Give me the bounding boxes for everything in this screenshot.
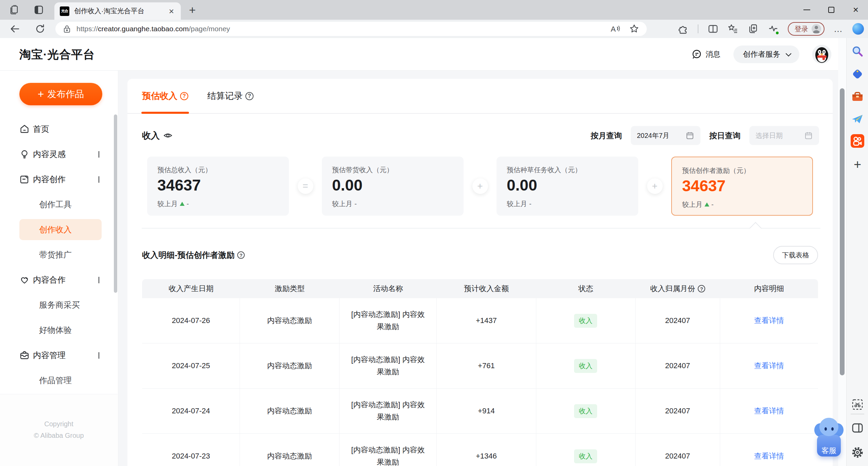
scrollbar-thumb[interactable] — [840, 88, 845, 375]
month-picker-input[interactable]: 2024年7月 — [631, 126, 700, 145]
table-row: 2024-07-24 内容动态激励 [内容动态激励] 内容效果激励 +914 收… — [142, 389, 818, 434]
copyright-text: Copyright © Alibaba Group — [0, 418, 118, 441]
screenshot-icon[interactable] — [851, 398, 864, 411]
site-favicon: 光合 — [60, 6, 69, 16]
page-content: 淘宝·光合平台 消息 创作者服务 + 发布作品 首页 — [0, 38, 838, 466]
chevron-up-icon — [99, 176, 99, 182]
browser-tab-strip: 光合 创作收入·淘宝光合平台 × + × — [0, 0, 868, 20]
new-tab-button[interactable]: + — [189, 3, 196, 16]
edge-side-rail: + — [846, 38, 868, 466]
table-row: 2024-07-25 内容动态激励 [内容动态激励] 内容效果激励 +761 收… — [142, 343, 818, 389]
settings-gear-icon[interactable] — [851, 446, 864, 459]
favorites-list-icon[interactable] — [728, 23, 739, 34]
sidebar-item-service-purchase[interactable]: 服务商采买 — [0, 292, 118, 318]
calendar-icon — [685, 131, 694, 140]
income-title: 收入 — [142, 130, 173, 142]
content-tabs: 预估收入 ? 结算记录 ? — [127, 79, 833, 114]
status-badge: 收入 — [574, 359, 597, 373]
help-icon[interactable]: ? — [180, 92, 188, 100]
login-button[interactable]: 登录 — [788, 22, 824, 36]
table-row: 2024-07-26 内容动态激励 [内容动态激励] 内容效果激励 +1437 … — [142, 298, 818, 343]
filter-day-label: 按日查询 — [709, 130, 741, 141]
th-activity: 活动名称 — [340, 284, 437, 294]
sidebar-item-home[interactable]: 首页 — [0, 116, 118, 142]
sidebar-item-content-inspiration[interactable]: 内容灵感 — [0, 142, 118, 167]
customer-service-widget[interactable]: 客服 — [814, 418, 844, 459]
plus-icon: + — [647, 178, 663, 194]
sidebar-menu: 首页 内容灵感 内容创作 创作工具 创作收入 带货推广 — [0, 116, 118, 393]
url-text: https://creator.guanghe.taobao.com/page/… — [76, 25, 610, 33]
creator-service-dropdown[interactable]: 创作者服务 — [733, 46, 799, 63]
publish-work-button[interactable]: + 发布作品 — [19, 83, 102, 105]
th-type: 激励类型 — [240, 284, 339, 294]
browser-essentials-icon[interactable] — [768, 23, 779, 34]
user-avatar[interactable] — [812, 45, 831, 64]
filter-month-label: 按月查询 — [591, 130, 622, 141]
view-detail-link[interactable]: 查看详情 — [754, 406, 784, 416]
sidebar-item-content-cooperation[interactable]: 内容合作 — [0, 267, 118, 292]
copilot-icon[interactable] — [852, 23, 864, 35]
page-scrollbar[interactable] — [838, 38, 846, 466]
sidebar-item-content-management[interactable]: 内容管理 — [0, 343, 118, 368]
sidebar-item-content-creation[interactable]: 内容创作 — [0, 167, 118, 192]
shopping-tag-icon[interactable] — [851, 67, 864, 81]
calendar-icon — [804, 131, 813, 140]
card-creator-incentive[interactable]: 预估创作者激励（元） 34637 较上月- — [671, 157, 813, 216]
extensions-icon[interactable] — [678, 23, 689, 34]
toolbox-icon[interactable] — [851, 90, 864, 104]
chevron-up-icon — [99, 352, 99, 358]
favorite-star-icon[interactable] — [629, 24, 639, 34]
send-plane-icon[interactable] — [851, 112, 864, 126]
maximize-button[interactable] — [819, 0, 844, 20]
view-detail-link[interactable]: 查看详情 — [754, 316, 784, 326]
split-screen-icon[interactable] — [708, 23, 718, 34]
eye-icon[interactable] — [163, 131, 173, 140]
tab-estimated-income[interactable]: 预估收入 ? — [142, 79, 188, 113]
sidebar-item-sales-promotion[interactable]: 带货推广 — [0, 242, 118, 267]
address-bar[interactable]: https://creator.guanghe.taobao.com/page/… — [55, 22, 647, 36]
settings-more-icon[interactable]: … — [834, 24, 843, 34]
collections-icon[interactable] — [748, 23, 759, 34]
help-icon[interactable]: ? — [237, 251, 245, 259]
read-aloud-icon[interactable]: A — [610, 24, 620, 34]
refresh-icon[interactable] — [35, 23, 46, 34]
help-icon[interactable]: ? — [245, 92, 254, 100]
table-row: 2024-07-23 内容动态激励 [内容动态激励] 内容效果激励 +1346 … — [142, 434, 818, 466]
sidebar-item-creation-income[interactable]: 创作收入 — [0, 217, 118, 242]
minimize-button[interactable] — [795, 0, 819, 20]
tab-close-icon[interactable]: × — [168, 7, 175, 16]
close-button[interactable]: × — [844, 0, 868, 20]
sidebar-item-product-experience[interactable]: 好物体验 — [0, 318, 118, 343]
card-total-income: 预估总收入（元） 34637 较上月- — [147, 157, 289, 216]
browser-tab[interactable]: 光合 创作收入·淘宝光合平台 × — [54, 2, 181, 20]
sidebar-item-works-management[interactable]: 作品管理 — [0, 368, 118, 393]
chevron-up-icon — [99, 277, 99, 283]
messages-button[interactable]: 消息 — [691, 49, 721, 60]
view-detail-link[interactable]: 查看详情 — [754, 361, 784, 371]
chevron-down-icon — [99, 151, 99, 157]
tab-settlement-record[interactable]: 结算记录 ? — [207, 79, 254, 113]
help-icon[interactable]: ? — [698, 285, 705, 292]
view-detail-link[interactable]: 查看详情 — [754, 451, 784, 461]
sidebar-footer: Copyright © Alibaba Group — [0, 394, 118, 466]
tab-actions-icon[interactable] — [33, 4, 44, 15]
popover-notch — [749, 222, 762, 235]
sidebar-scrollbar[interactable] — [114, 114, 117, 293]
back-icon[interactable] — [10, 23, 20, 34]
th-status: 状态 — [536, 284, 636, 294]
download-table-button[interactable]: 下载表格 — [773, 246, 818, 264]
site-header: 淘宝·光合平台 消息 创作者服务 — [0, 38, 838, 71]
kuaishou-icon[interactable] — [851, 134, 864, 148]
toolbar-right-icons: 登录 … — [678, 22, 864, 36]
day-picker-input[interactable]: 选择日期 — [749, 126, 819, 145]
add-to-sidebar-icon[interactable]: + — [851, 158, 864, 171]
site-logo[interactable]: 淘宝·光合平台 — [19, 47, 95, 62]
up-arrow-icon — [180, 202, 185, 206]
detail-section-header: 收入明细-预估创作者激励 ? 下载表格 — [127, 246, 833, 265]
date-filters: 按月查询 2024年7月 按日查询 选择日期 — [591, 126, 819, 145]
split-view-icon[interactable] — [851, 421, 864, 435]
chevron-down-icon — [786, 51, 792, 56]
search-icon[interactable] — [851, 44, 864, 58]
sidebar-item-creation-tools[interactable]: 创作工具 — [0, 192, 118, 217]
workspaces-icon[interactable] — [9, 4, 20, 15]
